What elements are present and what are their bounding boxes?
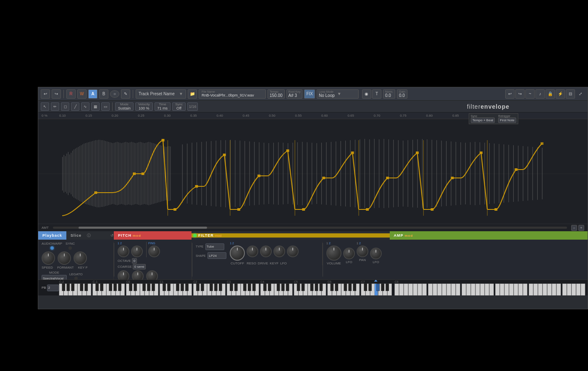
retrig-control[interactable]: Retrigger First Note — [498, 115, 516, 123]
history-button[interactable]: ↩ — [505, 89, 514, 99]
amp-lfo2-knob[interactable] — [370, 248, 382, 259]
mode-selector[interactable]: Mode Sustain — [115, 102, 134, 111]
redo-button[interactable]: ↪ — [52, 89, 61, 99]
velocity-selector[interactable]: Velocity 100 % — [135, 102, 153, 111]
sync-led[interactable] — [68, 246, 72, 250]
reverse-button[interactable]: ↪ — [515, 89, 525, 99]
octave-value[interactable]: 0 — [132, 258, 137, 264]
undo-button[interactable]: ↩ — [41, 89, 50, 99]
sync-control[interactable]: Sync Tempo + Beat — [471, 115, 495, 123]
slice-tab[interactable]: Slice — [66, 231, 86, 240]
playback-tab[interactable]: Playback — [38, 231, 66, 240]
loop-mode-display[interactable]: Loop Mode No Loop ▼ — [317, 89, 359, 99]
svg-rect-295 — [71, 284, 74, 291]
svg-text:C1: C1 — [160, 280, 164, 283]
rect-tool[interactable]: ▭ — [101, 102, 110, 111]
svg-rect-139 — [475, 142, 475, 205]
grid-tool[interactable]: ▦ — [91, 102, 100, 111]
pitch-knob-2[interactable] — [131, 246, 143, 257]
erase-tool[interactable]: ◻ — [61, 102, 69, 111]
svg-rect-10 — [74, 149, 74, 198]
zoom-plus-btn[interactable]: + — [578, 225, 584, 231]
sync-selector[interactable]: Sync Off — [172, 102, 186, 111]
svg-rect-267 — [462, 284, 466, 295]
tempo-display[interactable]: Tempo 150.00 — [268, 89, 285, 99]
a-button[interactable]: A — [88, 89, 97, 99]
fix-button[interactable]: FIX — [304, 89, 315, 99]
type-select[interactable]: Tube — [205, 243, 224, 250]
svg-rect-298 — [96, 284, 99, 291]
wave-button[interactable]: ~ — [525, 89, 535, 99]
cutoff-knob[interactable] — [230, 246, 245, 261]
audiowarp-led[interactable] — [50, 246, 54, 250]
svg-rect-315 — [210, 284, 213, 291]
filter-lfo-knob[interactable] — [287, 246, 299, 257]
r-button[interactable]: R — [66, 89, 76, 99]
pencil-tool[interactable]: ✏ — [51, 102, 59, 111]
gain-label: Gain — [399, 90, 405, 93]
svg-rect-26 — [97, 140, 97, 207]
zoom-minus-btn[interactable]: − — [571, 225, 577, 231]
b-button[interactable]: B — [99, 89, 108, 99]
pb-select[interactable]: 2 — [47, 285, 59, 291]
pitch-fing-knob[interactable] — [148, 246, 160, 257]
svg-rect-122 — [393, 140, 394, 207]
playback-reset-btn[interactable]: ↺ — [110, 233, 114, 238]
w-button[interactable]: W — [77, 89, 87, 99]
pitch-tab[interactable]: PITCH mod — [114, 231, 192, 240]
expand-button[interactable]: ⤢ — [576, 89, 585, 99]
svg-rect-120 — [383, 139, 384, 208]
sub-sep-1 — [112, 102, 113, 111]
lock-button[interactable]: 🔒 — [546, 89, 555, 99]
filter-tab-container: FILTER mod — [192, 233, 390, 238]
sync-area-value[interactable]: Tempo + Beat — [471, 118, 495, 123]
formant-knob[interactable] — [58, 251, 71, 265]
svg-rect-172 — [480, 152, 483, 154]
ruler-mark-8: 0.50 — [269, 114, 276, 118]
loop-btn-2[interactable]: T — [372, 89, 381, 99]
shape-select[interactable]: LP24 — [207, 252, 226, 259]
circle-button[interactable]: ○ — [110, 90, 119, 98]
time-selector[interactable]: Time 71 ms — [155, 102, 171, 111]
svg-rect-35 — [110, 142, 110, 205]
reso-knob[interactable] — [247, 246, 258, 257]
speed-knob[interactable] — [42, 251, 55, 265]
sliders-button[interactable]: ⊟ — [566, 89, 575, 99]
filter-tab[interactable]: FILTER — [198, 233, 214, 238]
volume-knob[interactable] — [326, 246, 341, 261]
amp-lfo1-label: LFO — [343, 260, 355, 264]
line-tool[interactable]: ╱ — [71, 102, 79, 111]
pan-knob[interactable] — [357, 246, 368, 257]
drive-knob[interactable] — [260, 246, 272, 257]
loop-btn-1[interactable]: ◉ — [362, 89, 371, 99]
scrollbar-thumb[interactable] — [79, 227, 207, 229]
gain-display[interactable]: Gain 0.0 — [397, 89, 407, 99]
folder-button[interactable]: 📁 — [188, 89, 197, 99]
keyf-knob[interactable] — [74, 251, 87, 265]
svg-rect-131 — [436, 140, 437, 207]
cursor-tool[interactable]: ↖ — [41, 102, 49, 111]
bolt-button[interactable]: ⚡ — [556, 89, 565, 99]
preset-name-display[interactable]: Track Preset Name ▼ — [136, 89, 186, 99]
norm-display[interactable]: Norm. 0.0 — [383, 89, 395, 99]
edit-tool-button[interactable]: ✎ — [121, 89, 130, 99]
coarse-value[interactable]: 0 semi — [133, 264, 146, 269]
file-name-display[interactable]: File Name RnB-VocalPhr...0bpm_91V.wav — [199, 89, 266, 99]
svg-rect-285 — [547, 284, 551, 295]
root-key-display[interactable]: Root Key A# 3 — [286, 89, 303, 99]
sync-value-display[interactable]: 1/16 — [187, 102, 198, 111]
amp-tab[interactable]: AMP mod — [390, 231, 417, 240]
amp-lfo1-knob[interactable] — [343, 248, 355, 259]
slice-info-icon[interactable]: ⓘ — [87, 233, 91, 238]
wave-tool[interactable]: ∿ — [81, 102, 89, 111]
pitch-knob-1[interactable] — [118, 246, 129, 257]
keyf-filter-knob[interactable] — [273, 246, 285, 257]
waveform-canvas[interactable] — [38, 119, 588, 224]
mode-value: Sustain — [118, 106, 131, 110]
retrig-value[interactable]: First Note — [498, 118, 516, 123]
pct-label: 0 % — [42, 114, 47, 118]
svg-rect-323 — [263, 284, 266, 291]
music-button[interactable]: ♪ — [536, 89, 545, 99]
root-key-label: Root Key — [289, 90, 301, 93]
svg-rect-117 — [369, 139, 370, 208]
